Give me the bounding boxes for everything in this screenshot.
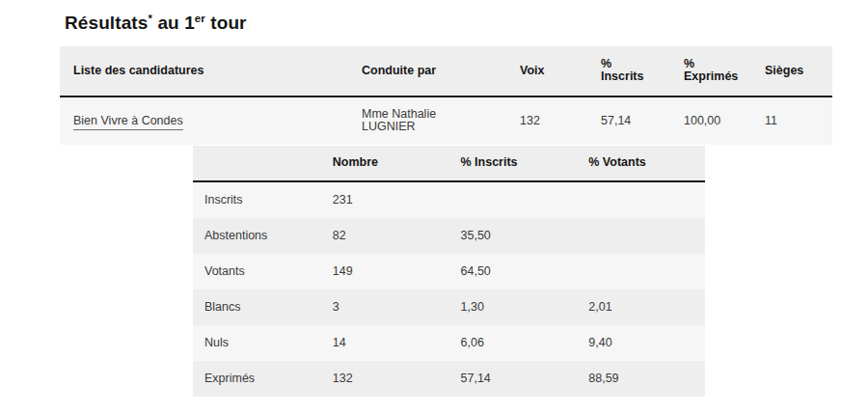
header-liste-des-candidatures: Liste des candidatures — [60, 46, 348, 97]
header-nombre: Nombre — [321, 146, 449, 181]
cell-pct-votants: 9,40 — [577, 325, 705, 361]
cell-pct-inscrits: 35,50 — [449, 218, 578, 254]
title-middle: au 1 — [152, 13, 195, 33]
participation-row-exprimes: Exprimés 132 57,14 88,59 — [193, 361, 705, 397]
cell-conduite-par: Mme Nathalie LUGNIER — [348, 97, 506, 145]
header-sieges: Sièges — [751, 46, 832, 97]
ordinal-suffix: er — [195, 13, 205, 24]
cell-voix: 132 — [506, 97, 587, 145]
cell-pct-inscrits: 1,30 — [449, 290, 578, 325]
participation-table: Nombre % Inscrits % Votants Inscrits 231… — [193, 146, 705, 397]
title-main: Résultats — [65, 13, 148, 33]
cell-pct-inscrits: 57,14 — [449, 361, 578, 397]
cell-sieges: 11 — [751, 97, 832, 145]
cell-nombre: 132 — [321, 361, 449, 397]
row-label: Blancs — [193, 290, 321, 325]
election-results-page: Résultats* au 1er tour Liste des candida… — [0, 0, 868, 414]
cell-pct-votants — [577, 181, 705, 218]
cell-pct-inscrits: 6,06 — [449, 325, 578, 361]
header-pct-inscrits: % Inscrits — [449, 146, 578, 181]
cell-pct-inscrits: 57,14 — [587, 97, 670, 145]
cell-nombre: 3 — [321, 290, 449, 325]
cell-pct-votants: 88,59 — [577, 361, 705, 397]
candidatures-header-row: Liste des candidatures Conduite par Voix… — [60, 46, 832, 97]
header-voix: Voix — [506, 46, 587, 97]
cell-liste: Bien Vivre à Condes — [60, 97, 348, 145]
row-label: Exprimés — [193, 361, 321, 397]
cell-pct-votants — [577, 254, 705, 290]
cell-nombre: 82 — [321, 218, 449, 254]
participation-row-votants: Votants 149 64,50 — [193, 254, 705, 290]
participation-row-abstentions: Abstentions 82 35,50 — [193, 218, 705, 254]
participation-row-inscrits: Inscrits 231 — [193, 181, 705, 218]
cell-pct-exprimes: 100,00 — [670, 97, 751, 145]
header-pct-votants: % Votants — [577, 146, 705, 181]
participation-row-blancs: Blancs 3 1,30 2,01 — [193, 290, 705, 325]
cell-pct-inscrits: 64,50 — [449, 254, 578, 290]
header-empty — [193, 146, 321, 181]
cell-pct-inscrits — [449, 181, 578, 218]
cell-nombre: 231 — [321, 181, 449, 218]
header-pct-exprimes: % Exprimés — [670, 46, 751, 97]
candidatures-table: Liste des candidatures Conduite par Voix… — [60, 46, 832, 145]
cell-pct-votants: 2,01 — [577, 290, 705, 325]
cell-nombre: 149 — [321, 254, 449, 290]
row-label: Abstentions — [193, 218, 321, 254]
participation-row-nuls: Nuls 14 6,06 9,40 — [193, 325, 705, 361]
page-title: Résultats* au 1er tour — [65, 13, 247, 34]
participation-header-row: Nombre % Inscrits % Votants — [193, 146, 705, 181]
header-pct-inscrits: % Inscrits — [587, 46, 670, 97]
header-conduite-par: Conduite par — [348, 46, 506, 97]
cell-pct-votants — [577, 218, 705, 254]
candidatures-row: Bien Vivre à Condes Mme Nathalie LUGNIER… — [60, 97, 832, 145]
liste-link[interactable]: Bien Vivre à Condes — [73, 114, 183, 130]
title-end: tour — [205, 13, 247, 33]
row-label: Inscrits — [193, 181, 321, 218]
cell-nombre: 14 — [321, 325, 449, 361]
row-label: Nuls — [193, 325, 321, 361]
row-label: Votants — [193, 254, 321, 290]
